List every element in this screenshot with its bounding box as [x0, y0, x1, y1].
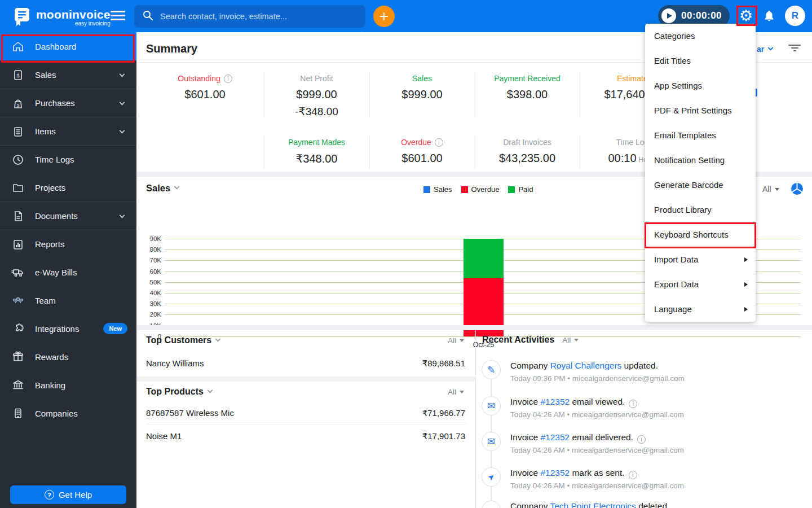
menu-item-export-data[interactable]: Export Data [645, 272, 756, 297]
search-icon [142, 10, 153, 23]
search-input[interactable] [159, 11, 358, 21]
sidebar-item-e-way-bills[interactable]: e-Way Bills [0, 258, 136, 286]
avatar[interactable]: R [785, 6, 805, 26]
chart-legend: SalesOverduePaid [423, 185, 533, 194]
banking-icon [11, 378, 25, 392]
legend-item-paid: Paid [508, 185, 533, 194]
sidebar-item-label: Dashboard [35, 42, 76, 51]
sidebar-item-time-logs[interactable]: Time Logs [0, 145, 136, 173]
menu-item-generate-barcode[interactable]: Generate Barcode [645, 173, 756, 198]
get-help-button[interactable]: ? Get Help [10, 485, 126, 504]
menu-item-edit-titles[interactable]: Edit Titles [645, 49, 756, 73]
notifications-bell-icon[interactable] [763, 9, 775, 25]
chevron-down-icon [768, 45, 774, 50]
menu-item-label: Notification Setting [654, 155, 725, 165]
sidebar-item-team[interactable]: Team [0, 286, 136, 314]
list-item[interactable]: 87687587 Wireless Mic₹71,966.77 [146, 408, 465, 418]
top-products-range-select[interactable]: All [448, 388, 464, 396]
sidebar-item-items[interactable]: Items [0, 117, 136, 145]
sidebar-item-banking[interactable]: Banking [0, 371, 136, 399]
purchases-icon: $ [11, 97, 25, 110]
menu-item-import-data[interactable]: Import Data [645, 247, 756, 272]
menu-item-label: Generate Barcode [654, 180, 723, 190]
sidebar-item-documents[interactable]: Documents [0, 202, 136, 230]
info-icon[interactable]: i [637, 435, 646, 444]
sidebar-item-label: Companies [35, 409, 78, 418]
activity-link[interactable]: Royal Challengers [550, 361, 622, 370]
activity-text: email viewed. [570, 397, 625, 406]
stat-payment-mades: Payment Mades₹348.00 [264, 138, 369, 165]
sales-chart-header[interactable]: Sales [146, 183, 179, 194]
y-axis-tick: 20K [137, 310, 161, 318]
chevron-down-icon [120, 128, 125, 133]
y-axis-tick: 60K [137, 268, 161, 275]
email-icon-glyph: ✉ [487, 436, 495, 448]
menu-item-pdf-print-settings[interactable]: PDF & Print Settings [645, 98, 756, 123]
activity-text: Invoice [510, 468, 540, 478]
sidebar-item-reports[interactable]: Reports [0, 230, 136, 258]
play-icon[interactable] [661, 8, 676, 23]
y-axis-tick: 50K [137, 278, 161, 286]
sidebar-item-integrations[interactable]: IntegrationsNew [0, 314, 136, 343]
info-icon[interactable]: i [629, 471, 637, 479]
menu-item-language[interactable]: Language [645, 297, 756, 322]
activity-link[interactable]: #12352 [540, 397, 570, 406]
list-item[interactable]: Noise M1₹17,901.73 [146, 431, 465, 441]
new-badge: New [103, 323, 127, 334]
menu-item-notification-setting[interactable]: Notification Setting [645, 148, 756, 173]
activity-text: mark as sent. [570, 468, 624, 478]
brand[interactable]: mooninvoice easy invoicing [12, 6, 111, 29]
menu-item-product-library[interactable]: Product Library [645, 198, 756, 222]
add-button[interactable]: + [373, 6, 395, 27]
activity-text: email delivered. [570, 432, 633, 442]
chevron-down-icon [207, 387, 213, 393]
hamburger-menu-icon[interactable] [111, 11, 125, 23]
filter-icon[interactable] [788, 45, 801, 51]
sales-chart-range-select[interactable]: All [762, 185, 779, 194]
activity-link[interactable]: Tech Point Electronics [550, 501, 636, 508]
settings-dropdown-menu: CategoriesEdit TitlesApp SettingsPDF & P… [645, 24, 756, 322]
activity-link[interactable]: #12352 [540, 432, 570, 442]
recent-activities-range-select[interactable]: All [562, 336, 579, 344]
menu-item-app-settings[interactable]: App Settings [645, 73, 756, 98]
mooninvoice-logo-icon [12, 6, 32, 29]
top-customers-range-select[interactable]: All [448, 336, 464, 345]
settings-gear-icon[interactable]: ⚙ [739, 7, 753, 25]
sidebar-item-companies[interactable]: Companies [0, 399, 136, 427]
y-axis-tick: 90K [137, 235, 161, 243]
activity-text: deleted. [636, 501, 669, 508]
stat-value: $999.00 [369, 88, 475, 101]
stat-value-text: $43,235.00 [499, 152, 555, 164]
sidebar-item-purchases[interactable]: $Purchases [0, 89, 136, 117]
menu-item-email-templates[interactable]: Email Templates [645, 123, 756, 148]
sidebar-item-dashboard[interactable]: Dashboard [0, 32, 136, 60]
menu-item-label: Language [654, 304, 692, 314]
period-selector[interactable]: ar [757, 45, 773, 54]
top-products-header[interactable]: Top Products [146, 387, 212, 397]
info-icon[interactable]: i [629, 400, 637, 408]
range-label: All [562, 336, 571, 344]
stat-value-text: 00:10 [608, 152, 636, 164]
info-icon[interactable]: i [435, 138, 443, 147]
activity-meta: Today 04:26 AM • micealgardenservice@gma… [510, 410, 684, 419]
sidebar-item-sales[interactable]: $Sales [0, 60, 136, 89]
stat-value: ₹348.00 [264, 152, 369, 165]
legend-item-sales: Sales [423, 185, 452, 194]
sidebar-item-label: Integrations [35, 324, 79, 334]
activity-text: Company [510, 361, 550, 370]
menu-item-categories[interactable]: Categories [645, 24, 756, 49]
top-customers-header[interactable]: Top Customers [146, 335, 220, 345]
menu-item-label: Product Library [654, 205, 712, 214]
sidebar-item-label: Rewards [35, 352, 68, 362]
bar-segment-paid[interactable] [464, 239, 504, 278]
menu-item-keyboard-shortcuts[interactable]: Keyboard Shortcuts [645, 222, 756, 247]
sidebar-item-rewards[interactable]: Rewards [0, 343, 136, 371]
edit-icon: ✎ [482, 360, 501, 379]
activity-link[interactable]: #12352 [540, 468, 570, 478]
sidebar-item-projects[interactable]: Projects [0, 173, 136, 202]
brand-name: mooninvoice [36, 8, 111, 21]
pie-chart-icon[interactable] [791, 182, 804, 198]
info-icon[interactable]: i [224, 75, 232, 83]
list-row-divider [146, 424, 465, 424]
list-item[interactable]: Nancy Williams₹89,868.51 [146, 358, 465, 369]
